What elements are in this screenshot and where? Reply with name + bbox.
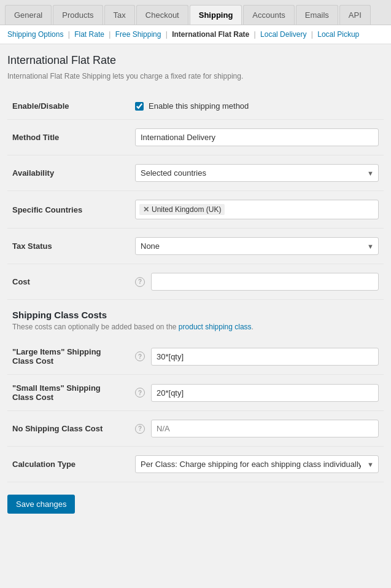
cost-label: Cost [12, 277, 30, 286]
availability-row: Availability All countriesSelected count… [7, 155, 384, 191]
section-desc-post: . [252, 323, 254, 331]
method-title-row: Method Title [7, 120, 384, 155]
no-class-help-icon[interactable]: ? [135, 424, 145, 434]
page-title: International Flat Rate [7, 54, 384, 67]
subnav-link-shipping-options[interactable]: Shipping Options [7, 30, 63, 39]
cost-field-wrapper: ? [135, 273, 379, 291]
no-class-field-wrapper: ? [135, 420, 379, 437]
method-title-label: Method Title [7, 120, 130, 155]
specific-countries-label: Specific Countries [7, 191, 130, 229]
cost-field-cell: ? [130, 264, 384, 300]
no-class-field: ? [130, 411, 384, 447]
enable-checkbox[interactable] [135, 102, 144, 111]
nav-tab-checkout[interactable]: Checkout [136, 5, 188, 25]
save-changes-button[interactable]: Save changes [7, 495, 75, 514]
small-items-field-wrapper: ? [135, 384, 379, 402]
small-items-help-icon[interactable]: ? [135, 388, 145, 398]
form-table: Enable/Disable Enable this shipping meth… [7, 93, 384, 300]
shipping-class-form-table: "Large Items" Shipping Class Cost ? "Sma… [7, 339, 384, 482]
large-items-field: ? [130, 339, 384, 375]
subnav-sep-5: | [309, 30, 315, 39]
cost-input[interactable] [151, 273, 379, 291]
calc-type-field: Per Class: Charge shipping for each ship… [130, 447, 384, 482]
enable-disable-label: Enable/Disable [7, 93, 130, 120]
page-description: International Flat Rate Shipping lets yo… [7, 72, 384, 80]
cost-row: Cost ? [7, 264, 384, 300]
calc-type-select-wrapper: Per Class: Charge shipping for each ship… [135, 455, 379, 473]
section-desc-pre: These costs can optionally be added base… [12, 323, 179, 331]
calc-type-row: Calculation Type Per Class: Charge shipp… [7, 447, 384, 482]
tax-status-label: Tax Status [7, 229, 130, 264]
method-title-field [130, 120, 384, 155]
tag-uk: ✕ United Kingdom (UK) [139, 204, 225, 215]
tax-status-field: NoneTaxableShipping only ▼ [130, 229, 384, 264]
nav-tab-tax[interactable]: Tax [104, 5, 135, 25]
subnav-link-local-delivery[interactable]: Local Delivery [260, 30, 306, 39]
nav-tab-shipping[interactable]: Shipping [190, 5, 242, 25]
tag-uk-remove[interactable]: ✕ [143, 205, 149, 214]
nav-tabs: GeneralProductsTaxCheckoutShippingAccoun… [0, 0, 391, 25]
calc-type-label: Calculation Type [7, 447, 130, 482]
small-items-input[interactable] [151, 384, 379, 402]
cost-label-wrapper: Cost [12, 277, 123, 286]
specific-countries-tags[interactable]: ✕ United Kingdom (UK) [135, 200, 379, 219]
subnav-link-free-shipping[interactable]: Free Shipping [115, 30, 161, 39]
nav-tab-general[interactable]: General [5, 5, 52, 25]
method-title-input[interactable] [135, 128, 379, 146]
small-items-field: ? [130, 375, 384, 411]
main-content: International Flat Rate International Fl… [0, 44, 391, 523]
enable-disable-field: Enable this shipping method [130, 93, 384, 120]
calc-type-select[interactable]: Per Class: Charge shipping for each ship… [135, 455, 379, 473]
no-class-label: No Shipping Class Cost [7, 411, 130, 447]
subnav-sep-1: | [66, 30, 72, 39]
tax-status-select[interactable]: NoneTaxableShipping only [135, 237, 379, 255]
enable-checkbox-label[interactable]: Enable this shipping method [149, 101, 249, 111]
large-items-row: "Large Items" Shipping Class Cost ? [7, 339, 384, 375]
nav-tab-products[interactable]: Products [53, 5, 103, 25]
tag-uk-label: United Kingdom (UK) [152, 205, 221, 214]
subnav-link-local-pickup[interactable]: Local Pickup [317, 30, 359, 39]
nav-tab-accounts[interactable]: Accounts [243, 5, 294, 25]
availability-field: All countriesSelected countriesDisabled … [130, 155, 384, 191]
cost-help-icon[interactable]: ? [135, 277, 145, 287]
subnav-active-international-flat-rate: International Flat Rate [172, 30, 249, 39]
no-class-row: No Shipping Class Cost ? [7, 411, 384, 447]
small-items-row: "Small Items" Shipping Class Cost ? [7, 375, 384, 411]
specific-countries-field: ✕ United Kingdom (UK) [130, 191, 384, 229]
large-items-label: "Large Items" Shipping Class Cost [7, 339, 130, 375]
availability-label: Availability [7, 155, 130, 191]
shipping-class-costs-desc: These costs can optionally be added base… [7, 323, 384, 339]
large-items-field-wrapper: ? [135, 348, 379, 366]
subnav-sep-2: | [107, 30, 113, 39]
specific-countries-row: Specific Countries ✕ United Kingdom (UK) [7, 191, 384, 229]
cost-label-cell: Cost [7, 264, 130, 300]
no-class-input[interactable] [151, 420, 379, 437]
product-shipping-class-link[interactable]: product shipping class [179, 323, 252, 331]
tax-status-row: Tax Status NoneTaxableShipping only ▼ [7, 229, 384, 264]
availability-select[interactable]: All countriesSelected countriesDisabled [135, 164, 379, 182]
subnav-sep-3: | [163, 30, 169, 39]
nav-tab-api[interactable]: API [339, 5, 371, 25]
enable-checkbox-wrapper: Enable this shipping method [135, 101, 379, 111]
shipping-class-costs-heading: Shipping Class Costs [7, 300, 384, 323]
availability-select-wrapper: All countriesSelected countriesDisabled … [135, 164, 379, 182]
small-items-label: "Small Items" Shipping Class Cost [7, 375, 130, 411]
large-items-input[interactable] [151, 348, 379, 366]
subnav-link-flat-rate[interactable]: Flat Rate [74, 30, 104, 39]
enable-disable-row: Enable/Disable Enable this shipping meth… [7, 93, 384, 120]
sub-nav: Shipping Options | Flat Rate | Free Ship… [0, 25, 391, 44]
nav-tab-emails[interactable]: Emails [296, 5, 338, 25]
tax-status-select-wrapper: NoneTaxableShipping only ▼ [135, 237, 379, 255]
large-items-help-icon[interactable]: ? [135, 351, 145, 361]
subnav-sep-4: | [252, 30, 258, 39]
